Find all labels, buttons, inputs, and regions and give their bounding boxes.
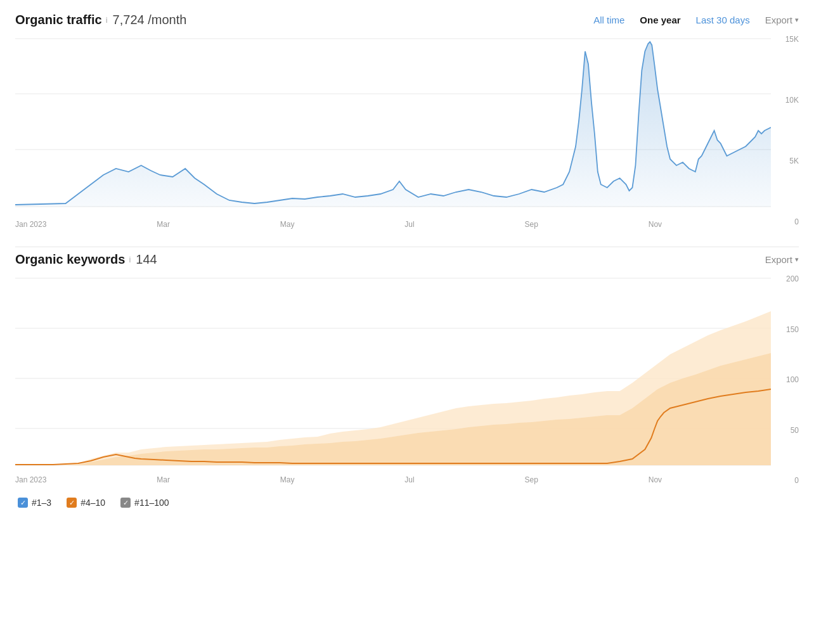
traffic-header: Organic traffic i 7,724 /month All time … <box>15 13 799 27</box>
organic-keywords-section: Organic keywords i 144 Export ▾ 200 150 … <box>15 252 799 508</box>
section-divider <box>15 247 799 247</box>
tab-all-time[interactable]: All time <box>593 15 624 25</box>
traffic-y-labels: 15K 10K 5K 0 <box>773 32 799 229</box>
traffic-time-tabs: All time One year Last 30 days Export ▾ <box>593 15 799 25</box>
keywords-y-labels: 200 150 100 50 0 <box>773 272 799 487</box>
keywords-metric: 144 <box>136 252 157 267</box>
traffic-chart-svg <box>15 32 771 216</box>
traffic-info-icon[interactable]: i <box>106 15 108 25</box>
legend-rank-11-100[interactable]: ✓ #11–100 <box>120 498 169 508</box>
legend-rank-4-10[interactable]: ✓ #4–10 <box>67 498 105 508</box>
organic-traffic-section: Organic traffic i 7,724 /month All time … <box>15 13 799 229</box>
tab-last-30[interactable]: Last 30 days <box>696 15 750 25</box>
legend-checkbox-11-100: ✓ <box>120 498 131 508</box>
tab-one-year[interactable]: One year <box>640 15 680 25</box>
traffic-chart: 15K 10K 5K 0 Jan 2023 <box>15 32 799 229</box>
traffic-title: Organic traffic i <box>15 13 108 27</box>
legend-rank-1-3[interactable]: ✓ #1–3 <box>18 498 51 508</box>
keywords-x-labels: Jan 2023 Mar May Jul Sep Nov <box>15 473 799 484</box>
keywords-chart: 200 150 100 50 0 <box>15 272 799 487</box>
keywords-title: Organic keywords i <box>15 252 131 267</box>
traffic-export-button[interactable]: Export ▾ <box>765 15 799 25</box>
traffic-x-labels: Jan 2023 Mar May Jul Sep Nov <box>15 217 799 229</box>
keywords-info-icon[interactable]: i <box>129 255 131 264</box>
keywords-legend: ✓ #1–3 ✓ #4–10 ✓ #11–100 <box>15 498 799 508</box>
legend-checkbox-4-10: ✓ <box>67 498 77 508</box>
keywords-chart-svg <box>15 272 771 472</box>
keywords-export-caret-icon: ▾ <box>795 255 799 264</box>
keywords-export-button[interactable]: Export ▾ <box>765 254 799 265</box>
keywords-header: Organic keywords i 144 Export ▾ <box>15 252 799 267</box>
legend-checkbox-1-3: ✓ <box>18 498 28 508</box>
export-caret-icon: ▾ <box>795 16 799 24</box>
traffic-metric: 7,724 /month <box>113 13 187 27</box>
